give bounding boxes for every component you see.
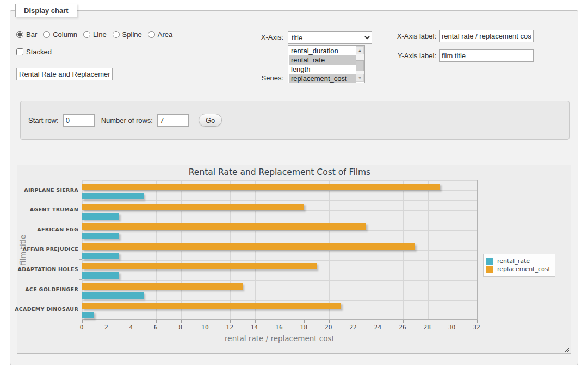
x-axis-tick <box>329 320 330 323</box>
y-category-label: AGENT TRUMAN <box>17 200 78 220</box>
x-axis-field[interactable] <box>439 30 534 42</box>
scrollbar-thumb[interactable] <box>356 60 364 71</box>
bar-rental_rate-3 <box>82 253 119 259</box>
x-axis-tick <box>255 320 256 323</box>
bar-rental_rate-6 <box>82 312 94 318</box>
x-tick-label: 28 <box>417 324 437 330</box>
series-option-length[interactable]: length <box>289 65 356 74</box>
x-tick-label: 20 <box>319 324 338 330</box>
chart-type-option-spline: Spline <box>113 30 142 39</box>
plot-area <box>82 180 478 320</box>
x-tick-label: 6 <box>146 324 165 330</box>
scroll-down-icon[interactable]: ▼ <box>356 74 364 82</box>
bar-rental_rate-2 <box>82 233 119 239</box>
chart-type-radio-line[interactable] <box>83 31 90 38</box>
x-tick-label: 8 <box>171 324 190 330</box>
chart-type-option-bar: Bar <box>16 30 37 39</box>
chart-type-radio-area[interactable] <box>148 31 155 38</box>
bar-row-5 <box>82 280 477 300</box>
x-axis-tick <box>107 320 107 323</box>
legend-item-rental_rate: rental_rate <box>486 258 550 265</box>
series-listbox[interactable]: rental_durationrental_ratelengthreplacem… <box>288 45 365 83</box>
x-axis-field-label: X-Axis label: <box>358 32 436 40</box>
num-rows-label: Number of rows: <box>101 116 153 124</box>
stacked-checkbox[interactable] <box>16 48 23 55</box>
chart-type-radio-spline[interactable] <box>113 31 120 38</box>
stacked-label: Stacked <box>26 48 52 56</box>
x-tick-labels: 02468101214161820222426283032 <box>82 324 478 331</box>
bar-rental_rate-1 <box>82 213 119 220</box>
x-axis-tick <box>230 320 231 323</box>
chart-title: Rental Rate and Replacement Cost of Film… <box>82 167 478 177</box>
x-tick-label: 24 <box>368 324 388 330</box>
y-category-label: ACADEMY DINOSAUR <box>17 299 78 319</box>
bar-replacement_cost-3 <box>82 243 415 250</box>
x-axis-tick <box>132 320 132 323</box>
bar-rental_rate-5 <box>82 292 144 299</box>
chart-type-radio-bar[interactable] <box>16 31 23 38</box>
go-button[interactable]: Go <box>199 114 222 127</box>
legend-swatch-replacement_cost <box>486 266 493 273</box>
x-axis-tick <box>379 320 379 323</box>
chart-type-row: BarColumnLineSplineArea <box>16 30 178 40</box>
chart-legend: rental_ratereplacement_cost <box>483 254 555 277</box>
bar-row-1 <box>82 200 477 221</box>
chart-type-label-bar: Bar <box>26 30 37 39</box>
legend-item-replacement_cost: replacement_cost <box>486 266 550 273</box>
stacked-option: Stacked <box>16 48 52 56</box>
x-axis-tick <box>453 320 453 323</box>
chart-type-option-column: Column <box>43 30 77 39</box>
chart-panel: Rental Rate and Replacement Cost of Film… <box>17 165 571 354</box>
start-row-input[interactable] <box>63 114 95 127</box>
series-option-rental_duration[interactable]: rental_duration <box>289 46 356 55</box>
bar-replacement_cost-1 <box>82 204 304 210</box>
bar-row-2 <box>82 220 477 240</box>
chart-title-input[interactable] <box>16 68 113 80</box>
x-tick-label: 22 <box>343 324 363 330</box>
series-listbox-options: rental_durationrental_ratelengthreplacem… <box>289 46 356 82</box>
x-axis-tick <box>428 320 428 323</box>
x-tick-label: 30 <box>442 324 462 330</box>
x-tick-label: 10 <box>195 324 215 330</box>
y-axis-field-label: Y-Axis label: <box>358 52 436 60</box>
y-category-label: AIRPLANE SIERRA <box>17 180 78 200</box>
x-axis-tick <box>304 320 305 323</box>
chart-type-radio-column[interactable] <box>43 31 50 38</box>
x-axis-title: rental rate / replacement cost <box>82 334 478 343</box>
chart-type-label-line: Line <box>93 30 107 39</box>
series-option-rental_rate[interactable]: rental_rate <box>289 55 356 65</box>
y-category-label: AFFAIR PREJUDICE <box>17 240 78 260</box>
x-tick-label: 4 <box>121 324 141 330</box>
y-axis-field[interactable] <box>439 49 534 62</box>
legend-label: replacement_cost <box>497 266 550 273</box>
fieldset-legend: Display chart <box>15 4 77 17</box>
x-axis-tick <box>477 320 478 323</box>
series-option-replacement_cost[interactable]: replacement_cost <box>289 74 356 83</box>
resize-handle-icon[interactable] <box>564 346 569 352</box>
num-rows-input[interactable] <box>157 114 189 127</box>
bar-replacement_cost-4 <box>82 263 317 269</box>
bar-replacement_cost-6 <box>82 303 341 309</box>
x-axis-tick <box>403 320 404 323</box>
x-tick-label: 18 <box>294 324 313 330</box>
display-chart-fieldset: Display chart BarColumnLineSplineArea St… <box>10 10 578 365</box>
series-label: Series: <box>217 74 283 82</box>
legend-swatch-rental_rate <box>486 258 493 265</box>
x-tick-label: 26 <box>393 324 412 330</box>
legend-label: rental_rate <box>497 258 530 265</box>
y-category-label: ADAPTATION HOLES <box>17 259 78 279</box>
x-axis-tick <box>206 320 206 323</box>
x-tick-label: 32 <box>467 324 486 330</box>
bar-rental_rate-0 <box>82 193 144 199</box>
chart-type-label-column: Column <box>53 30 77 39</box>
x-axis-tick <box>181 320 182 323</box>
x-tick-label: 14 <box>245 324 264 330</box>
x-tick-label: 0 <box>72 324 91 330</box>
x-axis-tick <box>82 320 83 323</box>
x-axis-tick <box>354 320 354 323</box>
chart-type-option-area: Area <box>148 30 172 39</box>
bar-row-3 <box>82 240 477 260</box>
bar-row-4 <box>82 260 477 280</box>
x-tick-label: 2 <box>96 324 116 330</box>
chart-type-label-area: Area <box>158 30 172 39</box>
